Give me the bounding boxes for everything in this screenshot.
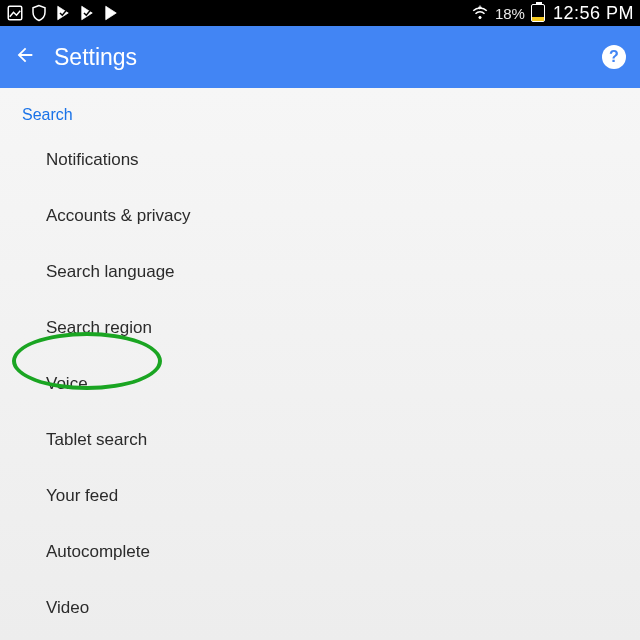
battery-icon <box>531 4 545 22</box>
wifi-icon <box>471 4 489 22</box>
status-bar-left <box>6 4 120 22</box>
screen: 18% 12:56 PM Settings ? Search Notificat… <box>0 0 640 640</box>
settings-list: Notifications Accounts & privacy Search … <box>0 132 640 640</box>
app-bar: Settings ? <box>0 26 640 88</box>
section-header-search: Search <box>0 88 640 132</box>
list-item-label: Search region <box>46 318 152 337</box>
list-item-autocomplete[interactable]: Autocomplete <box>0 524 640 580</box>
play-check-icon <box>78 4 96 22</box>
svg-marker-1 <box>58 6 69 20</box>
settings-content: Search Notifications Accounts & privacy … <box>0 88 640 640</box>
list-item-notifications[interactable]: Notifications <box>0 132 640 188</box>
status-bar: 18% 12:56 PM <box>0 0 640 26</box>
list-item-voice[interactable]: Voice <box>0 356 640 412</box>
status-bar-right: 18% 12:56 PM <box>471 3 634 24</box>
app-bar-title: Settings <box>54 44 137 71</box>
svg-point-4 <box>479 16 481 18</box>
svg-marker-2 <box>82 6 93 20</box>
image-icon <box>6 4 24 22</box>
list-item-label: Voice <box>46 374 88 393</box>
battery-percent: 18% <box>495 5 525 22</box>
list-item-label: Your feed <box>46 486 118 505</box>
battery-fill <box>532 17 544 21</box>
list-item-about[interactable]: About <box>0 636 640 640</box>
play-store-icon <box>102 4 120 22</box>
list-item-accounts-privacy[interactable]: Accounts & privacy <box>0 188 640 244</box>
list-item-label: Notifications <box>46 150 139 169</box>
list-item-your-feed[interactable]: Your feed <box>0 468 640 524</box>
list-item-search-region[interactable]: Search region <box>0 300 640 356</box>
play-check-icon <box>54 4 72 22</box>
back-arrow-icon[interactable] <box>14 44 36 70</box>
svg-marker-3 <box>106 6 117 20</box>
list-item-tablet-search[interactable]: Tablet search <box>0 412 640 468</box>
list-item-label: Search language <box>46 262 175 281</box>
list-item-label: Tablet search <box>46 430 147 449</box>
list-item-search-language[interactable]: Search language <box>0 244 640 300</box>
help-icon[interactable]: ? <box>602 45 626 69</box>
shield-icon <box>30 4 48 22</box>
list-item-video[interactable]: Video <box>0 580 640 636</box>
list-item-label: Accounts & privacy <box>46 206 191 225</box>
app-bar-left: Settings <box>14 44 137 71</box>
status-clock: 12:56 PM <box>553 3 634 24</box>
list-item-label: Video <box>46 598 89 617</box>
list-item-label: Autocomplete <box>46 542 150 561</box>
